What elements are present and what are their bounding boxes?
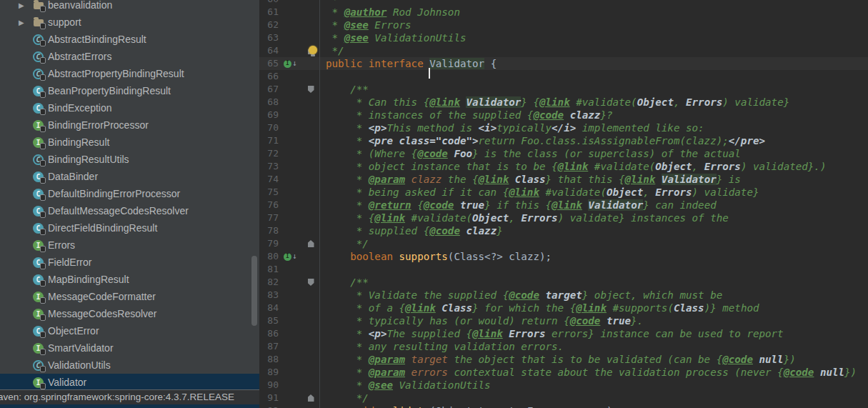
code-line[interactable]: * @param target the object that is to be…	[320, 353, 868, 366]
chevron-right-icon[interactable]: ▶	[19, 19, 27, 26]
code-line[interactable]: * being asked if it can {@link #validate…	[320, 186, 868, 199]
code-line[interactable]: *	[320, 0, 868, 6]
code-token: *	[326, 328, 369, 339]
abstract-class-icon: C	[33, 154, 44, 165]
code-line[interactable]: * <p>The supplied {@link Errors errors} …	[320, 327, 868, 340]
code-line[interactable]: * <pre class="code">return Foo.class.isA…	[320, 134, 868, 147]
code-token	[814, 367, 820, 378]
tree-item-abstractpropertybindingresult[interactable]: CAbstractPropertyBindingResult	[0, 65, 259, 82]
code-editor[interactable]: 60 *61 * @author Rod Johnson62 * @see Er…	[259, 0, 868, 408]
tree-item-bindingresultutils[interactable]: CBindingResultUtils	[0, 151, 259, 168]
tree-item-support[interactable]: ▶support	[0, 14, 259, 31]
gutter: 61	[259, 6, 320, 19]
code-line[interactable]: * <p>This method is <i>typically</i> imp…	[320, 121, 868, 134]
code-token: @code	[417, 148, 448, 159]
fold-marker-icon[interactable]	[308, 394, 314, 402]
code-line[interactable]: * @param clazz the {@link Class} that th…	[320, 173, 868, 186]
code-token	[405, 174, 411, 185]
code-line[interactable]: */	[320, 392, 868, 404]
tree-item-label: BindingResultUtils	[48, 154, 129, 165]
line-number: 74	[259, 173, 279, 186]
code-token: errors	[411, 367, 448, 378]
tree-item-objecterror[interactable]: CObjectError	[0, 322, 259, 339]
implemented-gutter-icon[interactable]: I	[284, 60, 291, 68]
tree-item-bindingerrorprocessor[interactable]: IBindingErrorProcessor	[0, 116, 259, 134]
code-line[interactable]: boolean supports(Class<?> clazz);	[320, 250, 868, 263]
tree-item-abstractbindingresult[interactable]: CAbstractBindingResult	[0, 31, 259, 48]
code-token: @link	[405, 302, 436, 314]
fold-marker-icon[interactable]	[308, 240, 314, 247]
tree-item-beanpropertybindingresult[interactable]: CBeanPropertyBindingResult	[0, 82, 259, 99]
fold-marker-icon[interactable]	[308, 279, 314, 286]
tree-item-fielderror[interactable]: CFieldError	[0, 254, 259, 271]
code-line[interactable]: * @author Rod Johnson	[320, 6, 868, 19]
lightbulb-intention-icon[interactable]	[309, 46, 317, 54]
lock-badge	[40, 366, 46, 372]
code-line[interactable]: * any resulting validation errors.	[320, 340, 868, 353]
lock-badge	[40, 263, 46, 269]
tree-item-mapbindingresult[interactable]: CMapBindingResult	[0, 271, 259, 288]
editor-line-73: 73 * object instance that is to be {@lin…	[259, 160, 868, 173]
code-line[interactable]: * object instance that is to be {@link #…	[320, 160, 868, 173]
code-line[interactable]: public interface Validator {	[320, 57, 868, 70]
tree-item-smartvalidator[interactable]: ISmartValidator	[0, 339, 259, 357]
tree-item-validator[interactable]: IValidator	[0, 374, 259, 391]
code-line[interactable]: * Can this {@link Validator} {@link #val…	[320, 96, 868, 109]
tree-item-label: MessageCodesResolver	[48, 308, 157, 319]
editor-line-81: 81	[259, 263, 868, 276]
code-token: * of a {	[326, 302, 405, 314]
code-line[interactable]: */	[320, 44, 868, 57]
code-line[interactable]: /**	[320, 83, 868, 96]
tree-item-validationutils[interactable]: CValidationUtils	[0, 357, 259, 374]
fold-marker-icon[interactable]	[308, 86, 314, 93]
editor-line-75: 75 * being asked if it can {@link #valid…	[259, 186, 868, 199]
tree-item-errors[interactable]: IErrors	[0, 237, 259, 254]
code-token: }?	[600, 109, 612, 121]
interface-icon: I	[33, 119, 44, 131]
tree-item-directfieldbindingresult[interactable]: CDirectFieldBindingResult	[0, 219, 259, 237]
gutter: 91	[259, 392, 320, 404]
code-token: *	[326, 19, 344, 31]
implemented-gutter-icon[interactable]: I	[284, 253, 291, 261]
line-number: 70	[259, 121, 279, 134]
code-line[interactable]: * @return {@code true} if this {@link Va…	[320, 199, 868, 212]
code-line[interactable]	[320, 263, 868, 276]
lock-badge	[40, 229, 46, 235]
code-line[interactable]: * {@link #validate(Object, Errors) valid…	[320, 212, 868, 224]
code-line[interactable]: */	[320, 237, 868, 250]
code-line[interactable]: * @param errors contextual state about t…	[320, 366, 868, 379]
tree-item-defaultbindingerrorprocessor[interactable]: CDefaultBindingErrorProcessor	[0, 185, 259, 202]
line-number: 65	[259, 57, 279, 70]
tree-item-defaultmessagecodesresolver[interactable]: CDefaultMessageCodesResolver	[0, 202, 259, 219]
code-line[interactable]: * @see Errors	[320, 19, 868, 31]
tree-item-bindingresult[interactable]: IBindingResult	[0, 134, 259, 151]
code-line[interactable]: /**	[320, 276, 868, 289]
code-line[interactable]: void validate(Object target, Errors erro…	[320, 404, 868, 408]
code-token: Errors	[686, 96, 722, 108]
code-line[interactable]: * (Where {@code Foo} is the class (or su…	[320, 147, 868, 160]
tree-item-messagecodesresolver[interactable]: IMessageCodesResolver	[0, 305, 259, 322]
code-line[interactable]: * supplied {@code clazz}	[320, 224, 868, 237]
code-line[interactable]: * typically has (or would) return {@code…	[320, 314, 868, 327]
editor-line-87: 87 * any resulting validation errors.	[259, 340, 868, 353]
code-line[interactable]: * Validate the supplied {@code target} o…	[320, 289, 868, 302]
editor-line-90: 90 * @see ValidationUtils	[259, 379, 868, 392]
code-line[interactable]: * instances of the supplied {@code clazz…	[320, 109, 868, 121]
code-line[interactable]	[320, 70, 868, 83]
line-number: 80	[259, 250, 279, 263]
code-token: @see	[344, 19, 369, 31]
tree-item-messagecodeformatter[interactable]: IMessageCodeFormatter	[0, 288, 259, 305]
code-token: )} method	[704, 302, 759, 314]
code-line[interactable]: * @see ValidationUtils	[320, 379, 868, 392]
code-line[interactable]: * of a {@link Class} for which the {@lin…	[320, 302, 868, 314]
tree-item-bindexception[interactable]: CBindException	[0, 99, 259, 116]
tree-item-abstracterrors[interactable]: CAbstractErrors	[0, 48, 259, 65]
tree-item-beanvalidation[interactable]: ▶beanvalidation	[0, 0, 259, 14]
code-token: #supports(	[607, 302, 674, 314]
chevron-right-icon[interactable]: ▶	[19, 1, 27, 9]
tree-scrollbar-thumb[interactable]	[251, 256, 257, 326]
tree-item-label: DefaultBindingErrorProcessor	[48, 188, 180, 199]
line-number: 75	[259, 186, 279, 199]
tree-item-databinder[interactable]: CDataBinder	[0, 168, 259, 185]
code-line[interactable]: * @see ValidationUtils	[320, 31, 868, 44]
